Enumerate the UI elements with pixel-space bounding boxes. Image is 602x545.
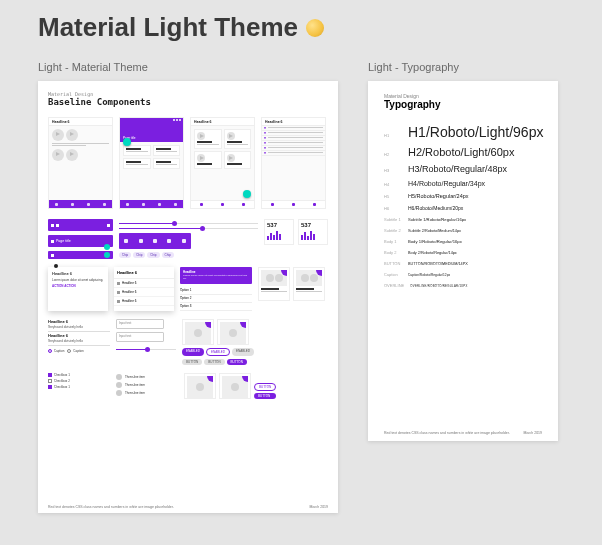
panel-label-left: Light - Material Theme xyxy=(38,61,338,73)
typo-row-label: H2 xyxy=(384,152,402,157)
avatar-list: Three-line item Three-line item Three-li… xyxy=(116,373,178,399)
typo-row: Body 1Body 1/Roboto/Regular/16px xyxy=(384,239,542,244)
typo-row-sample: H3/Roboto/Regular/48px xyxy=(408,164,507,174)
typo-row-sample: H4/Roboto/Regular/34px xyxy=(408,180,485,187)
image-card xyxy=(258,267,290,301)
components-row-3: Headline 6 Lorem ipsum dolor sit amet ad… xyxy=(48,267,328,311)
thumb-card xyxy=(219,373,251,399)
thumb-card xyxy=(184,373,216,399)
fab-icon xyxy=(243,190,251,198)
typo-row-sample: H1/Roboto/Light/96px xyxy=(408,124,543,140)
typo-row-label: Subtitle 2 xyxy=(384,228,402,233)
section-title: Baseline Components xyxy=(48,97,328,107)
moon-icon xyxy=(306,19,324,37)
inputs-column: Input text Input text xyxy=(116,319,176,365)
typo-row: H1H1/Roboto/Light/96px xyxy=(384,124,542,140)
typo-row-sample: Subtitle 2/Roboto/Medium/14px xyxy=(408,229,461,233)
typo-row-label: H5 xyxy=(384,194,402,199)
option-list: Option 1 Option 2 Option 3 xyxy=(180,287,252,311)
typo-row-label: Subtitle 1 xyxy=(384,217,402,222)
typography-panel[interactable]: Material Design Typography H1H1/Roboto/L… xyxy=(368,81,558,441)
typo-row-label: Body 2 xyxy=(384,250,402,255)
mock-device-page: Page title xyxy=(119,117,184,209)
fab-icon xyxy=(104,252,110,258)
panel-footer: Red text denotes CSS class names and num… xyxy=(48,505,328,509)
typo-row-sample: Body 2/Roboto/Regular/14px xyxy=(408,251,457,255)
button[interactable]: BUTTON xyxy=(254,383,276,391)
typo-row-label: H3 xyxy=(384,168,402,173)
mock-device-list: Headline 6 xyxy=(261,117,326,209)
typo-row-label: H4 xyxy=(384,182,402,187)
page-title-text: Material Light Theme xyxy=(38,12,298,43)
checkbox-icon xyxy=(48,379,52,383)
tooltip: Headline 6 Lorem ipsum dolor sit amet ad… xyxy=(48,267,108,311)
buttons-row: ENABLED ENABLED ENABLED xyxy=(182,348,254,356)
pills-row: BUTTON BUTTON BUTTON xyxy=(182,359,254,365)
typo-row-sample: OVERLINE/ROBOTO/REGULAR/10PX xyxy=(410,284,467,288)
avatar-icon xyxy=(116,382,122,388)
typo-row: H6H6/Roboto/Medium/20px xyxy=(384,205,542,211)
typo-row-label: Caption xyxy=(384,272,402,277)
avatar-icon xyxy=(116,390,122,396)
sliders: ChipChipChipChip xyxy=(119,219,258,259)
typo-footer: Red text denotes CSS class names and num… xyxy=(384,431,542,435)
typo-row-label: H1 xyxy=(384,133,402,138)
fab-icon xyxy=(104,244,110,250)
typo-row-label: BUTTON xyxy=(384,261,402,266)
typo-row-sample: H6/Roboto/Medium/20px xyxy=(408,205,463,211)
fab-icon xyxy=(123,138,131,146)
typo-row-label: Body 1 xyxy=(384,239,402,244)
typo-row: Body 2Body 2/Roboto/Regular/14px xyxy=(384,250,542,255)
typo-row: CaptionCaption/Roboto/Regular/12px xyxy=(384,272,542,277)
chips: ChipChipChipChip xyxy=(119,252,191,258)
button-disabled: ENABLED xyxy=(232,348,254,356)
typo-row-sample: Body 1/Roboto/Regular/16px xyxy=(408,239,462,244)
typo-row: OVERLINEOVERLINE/ROBOTO/REGULAR/10PX xyxy=(384,283,542,288)
stat-card-a: 537 xyxy=(264,219,294,245)
panel-label-right: Light - Typography xyxy=(368,61,558,73)
mock-device-media: Headline 6 xyxy=(48,117,113,209)
text-input[interactable]: Input text xyxy=(116,332,164,342)
page-title: Material Light Theme xyxy=(38,12,564,43)
button[interactable]: BUTTON xyxy=(254,393,276,399)
typo-row-sample: H5/Roboto/Regular/24px xyxy=(408,193,469,199)
typo-row: Subtitle 2Subtitle 2/Roboto/Medium/14px xyxy=(384,228,542,233)
button-enabled[interactable]: ENABLED xyxy=(182,348,204,356)
typo-row: H2H2/Roboto/Light/60px xyxy=(384,146,542,158)
stat-card-b: 537 xyxy=(298,219,328,245)
panels: Light - Material Theme Material Design B… xyxy=(38,61,564,513)
typo-row-sample: H2/Roboto/Light/60px xyxy=(408,146,514,158)
typo-row: H5H5/Roboto/Regular/24px xyxy=(384,193,542,199)
components-panel[interactable]: Material Design Baseline Components Head… xyxy=(38,81,338,513)
app-bar-compact xyxy=(48,251,113,259)
typo-row: BUTTONBUTTON/ROBOTO/MEDIUM/14PX xyxy=(384,261,542,266)
tooltip-anchor-icon xyxy=(54,264,58,268)
button-outline[interactable]: ENABLED xyxy=(206,348,230,356)
typo-row-sample: Caption/Roboto/Regular/12px xyxy=(408,273,450,277)
device-mocks-row: Headline 6 Page title xyxy=(48,117,328,209)
banner: Headline Lorem ipsum dolor sit amet cons… xyxy=(180,267,252,284)
components-row-5: Checkbox 1 Checkbox 2 Checkbox 1 Three-l… xyxy=(48,373,328,399)
typo-row-label: OVERLINE xyxy=(384,283,404,288)
checkbox-icon xyxy=(48,385,52,389)
typo-row-label: H6 xyxy=(384,206,402,211)
text-input[interactable]: Input text xyxy=(116,319,164,329)
thumb-card xyxy=(217,319,249,345)
image-card xyxy=(293,267,325,301)
left-column: Light - Material Theme Material Design B… xyxy=(38,61,338,513)
checkbox-column: Checkbox 1 Checkbox 2 Checkbox 1 xyxy=(48,373,110,399)
avatar-icon xyxy=(116,374,122,380)
menu: Headline 6 Headline 6 Headline 6 Headlin… xyxy=(114,267,174,311)
mock-device-cards: Headline 6 xyxy=(190,117,255,209)
checkbox-icon xyxy=(48,373,52,377)
components-row-4: Headline 6 Greyhound divisively hello He… xyxy=(48,319,328,365)
typo-row: Subtitle 1Subtitle 1/Roboto/Regular/16px xyxy=(384,217,542,222)
typo-scale: H1H1/Roboto/Light/96pxH2H2/Roboto/Light/… xyxy=(384,124,542,288)
typo-row-sample: Subtitle 1/Roboto/Regular/16px xyxy=(408,217,466,222)
app-bar-title: Page title xyxy=(48,235,113,247)
components-row-2: Page title ChipChipChipChip 537 xyxy=(48,219,328,259)
typo-row: H4H4/Roboto/Regular/34px xyxy=(384,180,542,187)
typo-row: H3H3/Roboto/Regular/48px xyxy=(384,164,542,174)
text-column: Headline 6 Greyhound divisively hello He… xyxy=(48,319,110,365)
right-column: Light - Typography Material Design Typog… xyxy=(368,61,558,441)
